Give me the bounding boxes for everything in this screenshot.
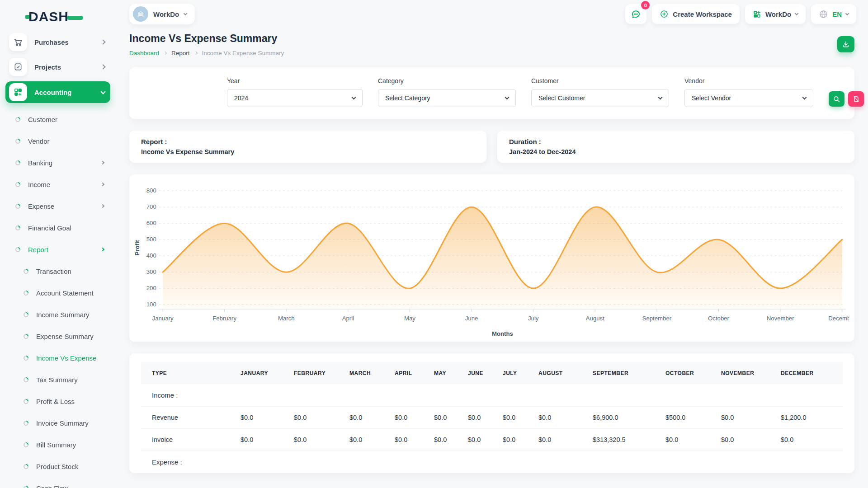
profit-chart-card: 100200300400500600700800JanuaryFebruaryM… — [129, 174, 854, 342]
vendor-select[interactable]: Select Vendor — [684, 89, 813, 107]
report-card-label: Report : — [141, 138, 475, 145]
sidebar-item-tax-summary[interactable]: Tax Summary — [0, 369, 116, 390]
x-axis-tick: February — [212, 315, 236, 322]
table-cell: $0.0 — [457, 429, 492, 451]
workspace-dropdown[interactable]: WorkDo — [745, 4, 806, 24]
sidebar-item-projects[interactable]: Projects — [5, 56, 110, 77]
duration-card-value: Jan-2024 to Dec-2024 — [509, 148, 843, 155]
table-row-label: Invoice — [141, 429, 230, 451]
x-axis-tick: April — [342, 315, 354, 322]
category-select[interactable]: Select Category — [378, 89, 516, 107]
chevron-down-icon — [795, 11, 798, 15]
sidebar-item-income-vs-expense[interactable]: Income Vs Expense — [0, 347, 116, 369]
sidebar-item-account-statement[interactable]: Account Statement — [0, 282, 116, 304]
table-cell: $0.0 — [528, 407, 582, 429]
table-cell: $313,320.5 — [582, 429, 655, 451]
summary-cards: Report : Income Vs Expense Summary Durat… — [129, 131, 854, 163]
sidebar-item-customer[interactable]: Customer — [0, 108, 116, 130]
report-card: Report : Income Vs Expense Summary — [129, 131, 486, 163]
sidebar-item-expense-summary[interactable]: Expense Summary — [0, 325, 116, 347]
grid-plus-icon — [9, 83, 27, 101]
bullet-icon — [23, 354, 30, 361]
col-july: JULY — [492, 362, 528, 384]
customer-select[interactable]: Select Customer — [531, 89, 669, 107]
table-section-row: Expense : — [141, 451, 843, 474]
y-axis-tick: 300 — [146, 268, 156, 275]
y-axis-tick: 600 — [146, 220, 156, 226]
sidebar-item-banking[interactable]: Banking — [0, 152, 116, 174]
reset-filter-button[interactable] — [848, 91, 864, 107]
sidebar-item-expense[interactable]: Expense — [0, 195, 116, 217]
create-workspace-label: Create Workspace — [673, 10, 732, 18]
table-cell: $6,900.0 — [582, 407, 655, 429]
filter-vendor: Vendor Select Vendor — [684, 77, 813, 107]
file-slash-icon — [853, 95, 860, 103]
bullet-icon — [23, 441, 30, 448]
sidebar-item-profit-loss[interactable]: Profit & Loss — [0, 390, 116, 412]
table-cell: $0.0 — [528, 429, 582, 451]
apply-filter-button[interactable] — [829, 91, 844, 107]
sidebar-item-product-stock[interactable]: Product Stock — [0, 455, 116, 477]
y-axis-tick: 500 — [146, 236, 156, 243]
table-cell: $0.0 — [423, 429, 457, 451]
bullet-icon — [23, 289, 30, 296]
year-select[interactable]: 2024 — [227, 89, 363, 107]
workspace-dropdown-label: WorkDo — [765, 10, 791, 18]
breadcrumb-report[interactable]: Report — [171, 50, 190, 56]
filter-panel: Year 2024 Category Select Category Custo… — [129, 67, 854, 119]
bullet-icon — [23, 376, 30, 383]
income-vs-expense-chart: 100200300400500600700800JanuaryFebruaryM… — [133, 182, 849, 340]
create-workspace-button[interactable]: Create Workspace — [652, 4, 740, 24]
grid-plus-icon — [753, 10, 761, 19]
col-june: JUNE — [457, 362, 492, 384]
breadcrumb-dashboard[interactable]: Dashboard — [129, 50, 159, 56]
sidebar-item-invoice-summary[interactable]: Invoice Summary — [0, 412, 116, 434]
plus-circle-icon — [660, 9, 669, 19]
main-content: Income Vs Expense Summary Dashboard Repo… — [116, 33, 868, 473]
col-september: SEPTEMBER — [582, 362, 655, 384]
messages-button[interactable]: 0 — [625, 4, 646, 24]
search-icon — [833, 95, 840, 103]
table-cell: $0.0 — [230, 429, 283, 451]
bullet-icon — [14, 159, 22, 166]
chevron-right-icon — [101, 183, 104, 186]
customer-select-value: Select Customer — [538, 94, 585, 102]
col-november: NOVEMBER — [710, 362, 770, 384]
sidebar-item-report[interactable]: Report — [0, 239, 116, 260]
chevron-down-icon — [845, 11, 849, 15]
cart-icon — [9, 33, 27, 51]
table-row: Invoice$0.0$0.0$0.0$0.0$0.0$0.0$0.0$0.0$… — [141, 429, 843, 451]
col-february: FEBRUARY — [283, 362, 339, 384]
y-axis-tick: 200 — [146, 285, 156, 291]
table-cell: $0.0 — [384, 429, 423, 451]
chevron-right-icon — [101, 204, 104, 208]
sidebar-item-income[interactable]: Income — [0, 174, 116, 195]
sidebar-item-purchases[interactable]: Purchases — [5, 32, 110, 52]
x-axis-tick: June — [465, 315, 478, 322]
workspace-avatar — [133, 6, 148, 22]
sidebar-item-income-summary[interactable]: Income Summary — [0, 304, 116, 325]
sidebar-item-accounting[interactable]: Accounting — [5, 81, 110, 103]
sidebar-item-vendor[interactable]: Vendor — [0, 130, 116, 152]
sidebar-item-bill-summary[interactable]: Bill Summary — [0, 434, 116, 455]
table-section-label: Expense : — [141, 451, 843, 474]
bullet-icon — [23, 311, 30, 318]
x-axis-tick: September — [642, 315, 672, 322]
language-selector[interactable]: EN — [811, 4, 856, 24]
duration-card: Duration : Jan-2024 to Dec-2024 — [497, 131, 854, 163]
sidebar-item-cash-flow[interactable]: Cash Flow — [0, 477, 116, 488]
table-cell: $0.0 — [710, 429, 770, 451]
download-button[interactable] — [837, 36, 854, 52]
chevron-down-icon — [505, 95, 509, 99]
sidebar-item-transaction[interactable]: Transaction — [0, 260, 116, 282]
app-logo[interactable]: DASH — [0, 0, 116, 32]
x-axis-tick: August — [586, 315, 604, 322]
x-axis-tick: May — [404, 315, 415, 322]
sidebar-item-financial-goal[interactable]: Financial Goal — [0, 217, 116, 239]
workspace-selector[interactable]: WorkDo — [129, 4, 195, 24]
col-type: TYPE — [141, 362, 230, 384]
bullet-icon — [23, 484, 30, 488]
chevron-right-icon — [100, 39, 105, 44]
y-axis-title: Profit — [134, 239, 141, 255]
table-cell: $0.0 — [283, 429, 339, 451]
